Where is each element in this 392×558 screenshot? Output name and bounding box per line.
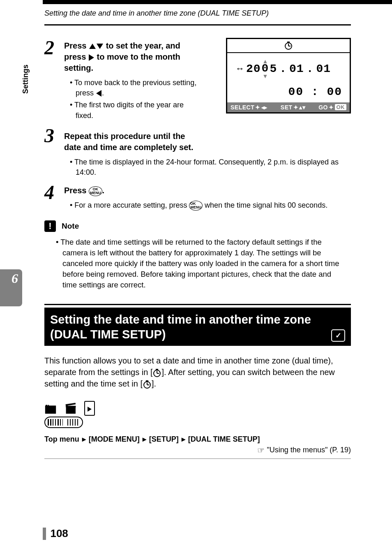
lcd-year-suffix: 5 [270,63,277,75]
lcd-sep-1: . [279,63,287,75]
lcd-footer-set: SET [281,104,293,111]
camera-lcd-panel: ↔ 20 ▲ 0 ▼ 5 . 01 . 01 00 : 0 [226,38,351,113]
note-icon: ! [44,220,56,232]
arrow-right-icon [89,54,94,61]
left-right-arrows-icon: ↔ [235,63,244,74]
clock-icon [285,42,292,50]
lcd-year-prefix: 20 [246,63,261,75]
step-number-4: 4 [44,183,64,202]
camera-mode-icon [44,403,59,414]
page-number: 108 [50,527,68,539]
step-number-2: 2 [44,38,64,58]
note-body: The date and time settings will be retur… [56,237,348,290]
up-down-indicator-icon: ▲ 0 ▼ [262,60,269,78]
mode-dial-icon [44,417,83,428]
lcd-date-row: ↔ 20 ▲ 0 ▼ 5 . 01 . 01 [231,60,346,78]
note-label: Note [62,222,79,231]
lcd-footer-ok: OK [335,104,347,110]
step-3-bullet-1: The time is displayed in the 24-hour for… [70,157,351,178]
chapter-number: 6 [12,271,18,286]
playback-mode-icon [84,401,95,416]
step-4-instruction: Press OKMENU. [64,185,351,196]
arrow-down-icon [97,44,103,49]
step-4-bullet-1: For a more accurate setting, press OKMEN… [70,200,351,211]
step-2-instruction: Press to set the year, and press to move… [64,40,202,74]
step-2-bullet-1: To move back to the previous setting, pr… [70,78,202,98]
mode-icons-row [44,401,351,430]
lcd-sep-2: . [307,63,314,75]
arrow-up-icon [89,44,96,49]
lcd-time: 00 : 00 [231,86,346,102]
lcd-footer-go: GO [318,104,328,111]
step-number-3: 3 [44,126,64,146]
lcd-header-icon [227,39,350,53]
clock-icon [143,381,151,389]
lcd-footer-select: SELECT [231,104,254,111]
lcd-month: 01 [289,63,304,75]
step-3-instruction: Repeat this procedure until the date and… [64,128,202,153]
step-2-bullet-2: The first two digits of the year are fix… [70,100,202,120]
ok-menu-button-icon: OKMENU [189,201,203,211]
lcd-day: 01 [316,63,331,75]
page-foot-bar [43,528,46,540]
lcd-footer: SELECT✦◂▸ SET✦▴▾ GO✦OK [227,102,350,112]
checkmark-icon [331,329,345,342]
breadcrumb-reference: ☞ "Using the menus" (P. 19) [44,445,351,455]
ok-menu-button-icon: OKMENU [89,186,102,196]
arrow-left-icon [96,90,101,97]
section-title: Setting the date and time in another tim… [50,312,344,342]
pointer-hand-icon: ☞ [257,445,265,455]
section-body: This function allows you to set a date a… [44,355,351,389]
clock-icon [153,370,161,377]
section-header: Setting the date and time in another tim… [44,308,351,346]
movie-mode-icon [65,403,79,414]
chapter-label: Settings [21,65,30,94]
running-head: Setting the date and time in another tim… [44,9,392,18]
menu-breadcrumb: Top menu ▸ [MODE MENU] ▸ [SETUP] ▸ [DUAL… [44,435,351,444]
side-tab: 6 [0,269,22,306]
